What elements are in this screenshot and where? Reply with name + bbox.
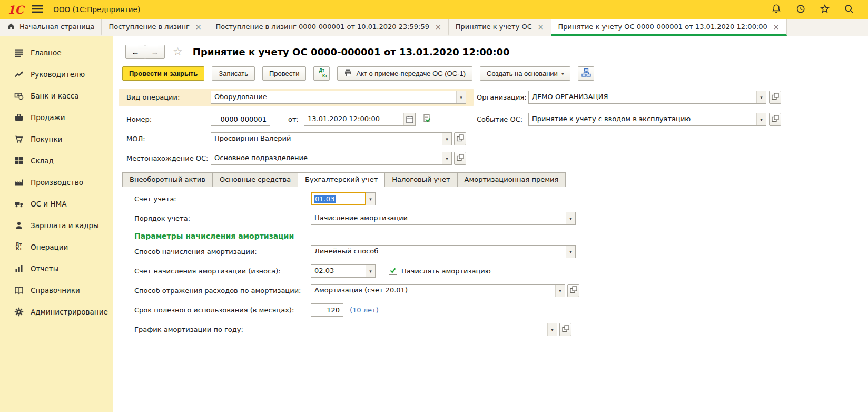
tab-home[interactable]: Начальная страница xyxy=(0,19,102,36)
history-clock-icon xyxy=(795,4,806,16)
dt-label: Дт xyxy=(316,68,327,73)
sidebar-item-label: Отчеты xyxy=(31,264,58,273)
chevron-down-icon[interactable]: ▾ xyxy=(442,152,451,164)
tab-accounting[interactable]: Бухгалтерский учет xyxy=(298,172,385,187)
depr-account-select[interactable]: 02.03 ▾ xyxy=(311,264,376,278)
chevron-down-icon[interactable]: ▾ xyxy=(756,113,766,125)
sidebar-item-payroll-hr[interactable]: Зарплата и кадры xyxy=(0,214,113,236)
sidebar-item-fixed-assets[interactable]: ОС и НМА xyxy=(0,193,113,214)
expense-method-select[interactable]: Амортизация (счет 20.01) ▾ xyxy=(311,284,565,297)
open-icon xyxy=(456,134,465,144)
os-event-select[interactable]: Принятие к учету с вводом в эксплуатацию… xyxy=(528,113,766,126)
date-label: от: xyxy=(288,113,299,126)
tab-fixed-assets[interactable]: Основные средства xyxy=(212,172,298,187)
notifications-button[interactable] xyxy=(771,4,782,16)
sidebar-item-administration[interactable]: Администрирование xyxy=(0,301,113,322)
open-icon xyxy=(561,325,570,335)
sidebar-item-manager[interactable]: Руководителю xyxy=(0,63,113,85)
tab-os-acceptance-document[interactable]: Принятие к учету ОС 0000-000001 от 13.01… xyxy=(551,19,787,36)
sidebar-item-label: Продажи xyxy=(31,113,65,122)
sidebar-item-main[interactable]: Главное xyxy=(0,42,113,63)
sidebar-item-purchases[interactable]: Покупки xyxy=(0,128,113,150)
os-location-select[interactable]: Основное подразделение ▾ xyxy=(211,152,452,165)
useful-life-input[interactable] xyxy=(311,303,343,317)
sidebar-item-operations[interactable]: ДтКт Операции xyxy=(0,236,113,258)
method-select[interactable]: Линейный способ ▾ xyxy=(311,245,576,258)
account-field[interactable]: 01.03 xyxy=(311,192,366,205)
expense-method-open-button[interactable] xyxy=(567,284,579,297)
cash-icon xyxy=(14,91,24,101)
save-button[interactable]: Записать xyxy=(212,66,255,81)
close-icon[interactable]: × xyxy=(538,23,544,31)
document-check-icon xyxy=(422,114,432,125)
tab-leasing-receipt[interactable]: Поступление в лизинг × xyxy=(102,19,209,36)
tab-noncurrent-asset[interactable]: Внеоборотный актив xyxy=(122,172,213,187)
os-location-open-button[interactable] xyxy=(454,152,466,165)
operation-kind-select[interactable]: Оборудование ▾ xyxy=(211,91,466,104)
calendar-icon[interactable] xyxy=(403,113,415,125)
chevron-down-icon[interactable]: ▾ xyxy=(555,285,565,297)
os-event-open-button[interactable] xyxy=(769,113,781,126)
sidebar-item-label: Руководителю xyxy=(31,70,85,79)
related-documents-button[interactable] xyxy=(578,66,594,81)
sidebar-item-reports[interactable]: Отчеты xyxy=(0,258,113,279)
number-input[interactable] xyxy=(211,113,270,126)
favorite-star-icon[interactable]: ☆ xyxy=(173,46,183,57)
close-icon[interactable]: × xyxy=(773,23,780,31)
hamburger-icon xyxy=(32,5,43,15)
sidebar-item-catalogs[interactable]: Справочники xyxy=(0,279,113,301)
date-input[interactable]: 13.01.2020 12:00:00 xyxy=(304,113,416,126)
sidebar-item-label: Склад xyxy=(31,156,54,165)
create-based-on-button[interactable]: Создать на основании ▾ xyxy=(480,66,570,81)
mol-open-button[interactable] xyxy=(454,132,466,145)
sidebar-item-production[interactable]: Производство xyxy=(0,171,113,193)
chevron-down-icon[interactable]: ▾ xyxy=(442,133,451,145)
print-act-button[interactable]: Акт о приеме-передаче ОС (ОС-1) xyxy=(337,66,472,81)
tab-depreciation-bonus[interactable]: Амортизационная премия xyxy=(457,172,566,187)
chevron-down-icon[interactable]: ▾ xyxy=(566,246,575,258)
gear-icon xyxy=(14,307,24,317)
operation-kind-label: Вид операции: xyxy=(126,91,180,104)
open-icon xyxy=(771,114,780,124)
tab-leasing-receipt-document[interactable]: Поступление в лизинг 0000-000001 от 10.0… xyxy=(209,19,449,36)
chevron-down-icon[interactable]: ▾ xyxy=(566,212,575,224)
kt-label: Кт xyxy=(322,74,327,79)
accrue-depreciation-checkbox[interactable] xyxy=(389,267,397,275)
sidebar-item-label: Операции xyxy=(31,243,68,251)
order-select[interactable]: Начисление амортизации ▾ xyxy=(311,212,576,225)
post-and-close-button[interactable]: Провести и закрыть xyxy=(122,66,204,81)
schedule-select[interactable]: ▾ xyxy=(311,323,557,336)
chevron-down-icon[interactable]: ▾ xyxy=(756,91,766,103)
post-button[interactable]: Провести xyxy=(262,66,307,81)
chevron-down-icon[interactable]: ▾ xyxy=(456,91,466,103)
chevron-down-icon: ▾ xyxy=(561,71,564,76)
bar-chart-icon xyxy=(14,264,24,273)
close-icon[interactable]: × xyxy=(195,23,202,31)
tab-label: Начальная страница xyxy=(19,23,94,31)
chevron-down-icon[interactable]: ▾ xyxy=(366,192,376,205)
schedule-open-button[interactable] xyxy=(559,323,571,336)
tab-tax-accounting[interactable]: Налоговый учет xyxy=(384,172,457,187)
history-button[interactable] xyxy=(795,4,806,16)
sidebar-item-sales[interactable]: Продажи xyxy=(0,106,113,128)
sidebar-item-warehouse[interactable]: Склад xyxy=(0,150,113,171)
organization-select[interactable]: ДЕМО ОРГАНИЗАЦИЯ ▾ xyxy=(528,91,766,104)
sidebar-item-bank-cash[interactable]: Банк и касса xyxy=(0,85,113,106)
mol-select[interactable]: Просвирнин Валерий ▾ xyxy=(211,132,452,145)
close-icon[interactable]: × xyxy=(435,23,441,31)
chevron-down-icon[interactable]: ▾ xyxy=(366,265,375,277)
organization-open-button[interactable] xyxy=(769,91,781,104)
back-button[interactable]: ← xyxy=(125,45,145,59)
person-icon xyxy=(14,221,24,230)
global-search-button[interactable] xyxy=(844,4,854,16)
main-menu-button[interactable] xyxy=(31,4,44,16)
favorites-button[interactable] xyxy=(820,4,830,16)
list-icon xyxy=(14,48,24,57)
chevron-down-icon[interactable]: ▾ xyxy=(547,323,557,336)
tab-os-acceptance[interactable]: Принятие к учету ОС × xyxy=(449,19,551,36)
show-postings-button[interactable]: Дт Кт xyxy=(313,66,330,81)
forward-button[interactable]: → xyxy=(145,45,165,59)
fill-check-button[interactable] xyxy=(421,113,433,126)
account-select[interactable]: 01.03 ▾ xyxy=(311,192,376,205)
useful-life-label: Срок полезного использования (в месяцах)… xyxy=(134,303,294,317)
